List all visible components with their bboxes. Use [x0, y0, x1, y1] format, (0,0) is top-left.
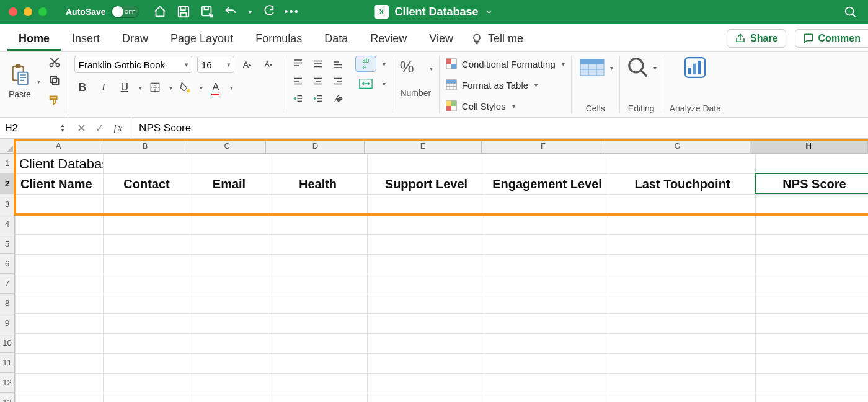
cell-G3[interactable]: [609, 195, 756, 215]
cell-A10[interactable]: [16, 334, 104, 354]
row-header-4[interactable]: 4: [0, 214, 15, 234]
cell-A12[interactable]: [16, 374, 104, 393]
undo-dropdown-icon[interactable]: ▾: [249, 9, 252, 15]
formula-input[interactable]: NPS Score: [131, 118, 868, 138]
cell-H2[interactable]: NPS Score: [756, 174, 869, 195]
conditional-formatting-button[interactable]: Conditional Formatting ▾: [446, 56, 565, 72]
cells-dropdown-icon[interactable]: ▾: [610, 64, 613, 71]
autosave-toggle[interactable]: AutoSave OFF: [66, 6, 140, 18]
number-dropdown-icon[interactable]: ▾: [430, 65, 433, 72]
cells-area[interactable]: Client DatabaseClient NameContactEmailHe…: [15, 154, 868, 402]
cell-G4[interactable]: [609, 215, 756, 235]
cell-F12[interactable]: [485, 374, 609, 393]
cell-H6[interactable]: [756, 255, 869, 274]
cell-G2[interactable]: Last Touchpoint: [609, 174, 756, 195]
cell-G8[interactable]: [609, 294, 756, 314]
cell-F5[interactable]: [485, 235, 609, 255]
cells-button[interactable]: ▾: [578, 56, 613, 79]
align-right-icon[interactable]: [329, 73, 347, 89]
row-header-7[interactable]: 7: [0, 274, 15, 294]
cell-H13[interactable]: [756, 393, 869, 403]
underline-dropdown-icon[interactable]: ▾: [139, 84, 142, 91]
cell-A3[interactable]: [16, 195, 104, 215]
save-as-icon[interactable]: [200, 5, 214, 19]
row-header-3[interactable]: 3: [0, 194, 15, 214]
row-header-2[interactable]: 2: [0, 173, 15, 194]
cell-F4[interactable]: [485, 215, 609, 235]
row-header-11[interactable]: 11: [0, 353, 15, 373]
col-header-H[interactable]: H: [750, 139, 867, 154]
cell-E13[interactable]: [368, 393, 485, 403]
tab-home[interactable]: Home: [7, 25, 61, 51]
cell-A11[interactable]: [16, 354, 104, 374]
cell-D1[interactable]: [268, 154, 368, 174]
row-header-1[interactable]: 1: [0, 154, 15, 173]
font-color-dropdown-icon[interactable]: ▾: [230, 84, 233, 91]
cell-B8[interactable]: [104, 294, 190, 314]
close-window-button[interactable]: [9, 7, 17, 16]
fat-dropdown-icon[interactable]: ▾: [534, 82, 538, 89]
cell-A4[interactable]: [16, 215, 104, 235]
more-icon[interactable]: •••: [285, 5, 299, 19]
merge-button[interactable]: [355, 76, 376, 92]
cancel-formula-icon[interactable]: ✕: [77, 121, 86, 135]
cell-H1[interactable]: [756, 154, 869, 174]
cut-icon[interactable]: [48, 56, 61, 68]
font-name-select[interactable]: [74, 56, 192, 73]
cell-F13[interactable]: [485, 393, 609, 403]
col-header-E[interactable]: E: [365, 139, 482, 154]
cell-B9[interactable]: [104, 314, 190, 334]
tab-review[interactable]: Review: [359, 25, 418, 51]
name-box-stepper[interactable]: ▲▼: [60, 123, 65, 133]
cell-styles-button[interactable]: Cell Styles ▾: [446, 98, 515, 114]
number-format-button[interactable]: % ▾ Number: [399, 56, 433, 98]
cell-G12[interactable]: [609, 374, 756, 393]
tab-view[interactable]: View: [418, 25, 464, 51]
cell-F10[interactable]: [485, 334, 609, 354]
border-dropdown-icon[interactable]: ▾: [169, 84, 172, 91]
row-header-10[interactable]: 10: [0, 333, 15, 353]
row-header-8[interactable]: 8: [0, 294, 15, 313]
spreadsheet-grid[interactable]: ABCDEFGH 12345678910111213 Client Databa…: [0, 139, 868, 402]
cell-C7[interactable]: [190, 274, 268, 294]
cell-G7[interactable]: [609, 274, 756, 294]
cell-F11[interactable]: [485, 354, 609, 374]
analyze-data-button[interactable]: [683, 56, 707, 79]
cell-D4[interactable]: [268, 215, 368, 235]
search-icon[interactable]: [843, 5, 857, 19]
cell-D9[interactable]: [268, 314, 368, 334]
cell-E3[interactable]: [368, 195, 485, 215]
align-middle-icon[interactable]: [309, 56, 327, 72]
cell-D5[interactable]: [268, 235, 368, 255]
document-title[interactable]: X Client Database: [374, 5, 493, 19]
cell-H8[interactable]: [756, 294, 869, 314]
cell-B7[interactable]: [104, 274, 190, 294]
col-header-B[interactable]: B: [102, 139, 188, 154]
cell-G1[interactable]: [609, 154, 756, 174]
maximize-window-button[interactable]: [38, 7, 47, 16]
format-painter-icon[interactable]: [48, 93, 61, 107]
minimize-window-button[interactable]: [24, 7, 32, 16]
align-bottom-icon[interactable]: [329, 56, 347, 72]
row-header-13[interactable]: 13: [0, 393, 15, 402]
cell-C8[interactable]: [190, 294, 268, 314]
cell-C13[interactable]: [190, 393, 268, 403]
font-color-button[interactable]: A: [208, 79, 224, 95]
align-center-icon[interactable]: [309, 73, 327, 89]
fill-dropdown-icon[interactable]: ▾: [200, 84, 203, 91]
cell-H12[interactable]: [756, 374, 869, 393]
save-icon[interactable]: [177, 5, 190, 19]
cell-B3[interactable]: [104, 195, 190, 215]
editing-dropdown-icon[interactable]: ▾: [653, 64, 657, 71]
row-headers[interactable]: 12345678910111213: [0, 154, 15, 402]
row-header-9[interactable]: 9: [0, 313, 15, 333]
title-chevron-icon[interactable]: [485, 7, 494, 16]
cell-H11[interactable]: [756, 354, 869, 374]
cell-F1[interactable]: [485, 154, 609, 174]
cell-B12[interactable]: [104, 374, 190, 393]
cell-B4[interactable]: [104, 215, 190, 235]
row-header-6[interactable]: 6: [0, 254, 15, 274]
insert-function-icon[interactable]: ƒx: [113, 123, 122, 134]
col-header-C[interactable]: C: [188, 139, 266, 154]
border-button[interactable]: [147, 79, 163, 95]
